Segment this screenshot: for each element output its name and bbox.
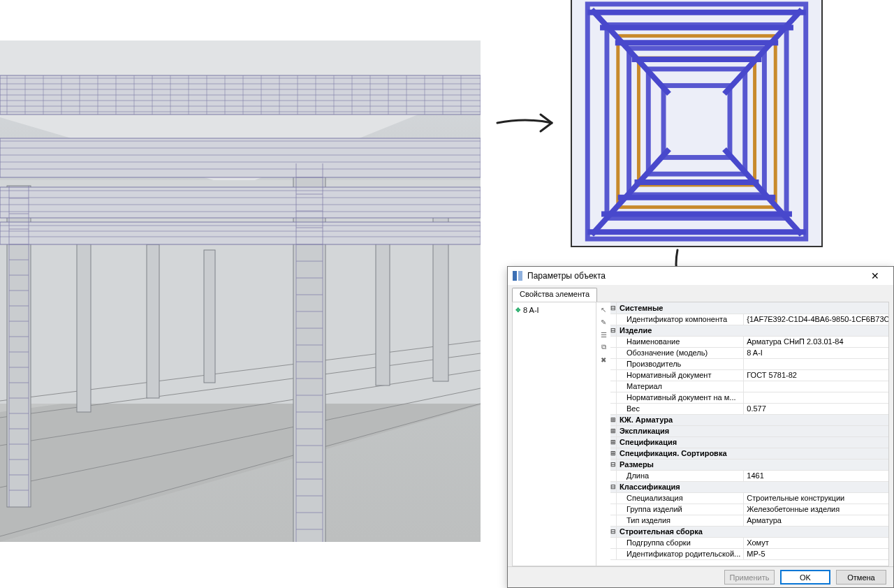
value-normdoc[interactable]: ГОСТ 5781-82 (744, 369, 888, 381)
value-parent-id[interactable]: МР-5 (744, 548, 888, 559)
value-material[interactable] (744, 381, 888, 392)
value-length[interactable]: 1461 (744, 470, 888, 481)
svg-rect-12 (147, 244, 159, 398)
group-spec-sort[interactable]: Спецификация. Сортировка (617, 448, 889, 459)
arrow-right-icon (494, 102, 564, 144)
svg-rect-13 (204, 250, 215, 383)
tree-pane[interactable]: ✥ 8 A-I (513, 302, 596, 566)
value-weight[interactable]: 0.577 (744, 403, 888, 414)
group-explication[interactable]: Экспликация (617, 425, 889, 436)
svg-rect-17 (0, 138, 481, 177)
svg-rect-131 (513, 271, 517, 281)
value-component-id[interactable]: {1AF7E392-C1D4-4BA6-9850-1CF6B73CDD0D} (744, 314, 888, 325)
object-parameters-dialog: Параметры объекта ✕ Свойства элемента ✥ … (507, 266, 894, 588)
value-group[interactable]: Железобетонные изделия (744, 504, 888, 515)
value-name[interactable]: Арматура СНиП 2.03.01-84 (744, 336, 888, 347)
tool-wand-icon[interactable]: ✎ (598, 316, 609, 328)
tab-element-properties[interactable]: Свойства элемента (512, 288, 597, 302)
move-icon: ✥ (515, 307, 521, 314)
svg-rect-18 (0, 187, 481, 218)
group-system[interactable]: Системные (617, 302, 889, 314)
ok-button[interactable]: OK (780, 570, 830, 585)
group-rebar[interactable]: КЖ. Аpматуpа (617, 414, 889, 425)
svg-rect-9 (293, 163, 325, 542)
value-specialization[interactable]: Строительные конструкции (744, 492, 888, 504)
value-type[interactable]: Арматура (744, 515, 888, 526)
tree-item-label: 8 A-I (523, 306, 539, 314)
apply-button[interactable]: Применить (724, 570, 775, 585)
value-subassembly[interactable]: Хомут (744, 537, 888, 548)
tool-copy-icon[interactable]: ⧉ (598, 341, 609, 353)
tool-column-left: ↖ ✎ ☰ ⧉ ✖ (596, 302, 610, 566)
svg-rect-11 (77, 230, 91, 412)
viewport-detail-3d[interactable] (571, 0, 823, 247)
group-spec[interactable]: Спецификация (617, 436, 889, 448)
value-normdoc-m[interactable] (744, 392, 888, 403)
group-dimensions[interactable]: Размеры (617, 459, 889, 470)
tree-item-root[interactable]: ✥ 8 A-I (514, 305, 594, 315)
tool-tree-icon[interactable]: ☰ (598, 329, 609, 340)
group-classification[interactable]: Классификация (617, 481, 889, 492)
tool-delete-icon[interactable]: ✖ (598, 354, 609, 365)
app-icon (512, 270, 523, 281)
close-button[interactable]: ✕ (861, 267, 889, 285)
group-assembly[interactable]: Строительная сборка (617, 526, 889, 537)
svg-rect-132 (518, 271, 522, 281)
group-product[interactable]: Изделие (617, 325, 889, 336)
tool-pointer-icon[interactable]: ↖ (598, 304, 609, 315)
svg-rect-14 (376, 226, 390, 385)
dialog-title: Параметры объекта (527, 267, 861, 285)
viewport-main-3d[interactable] (0, 41, 481, 542)
value-model[interactable]: 8 A-I (744, 347, 888, 358)
value-manufacturer[interactable] (744, 358, 888, 369)
property-grid[interactable]: ⊟Системные Идентификатор компонента{1AF7… (610, 302, 888, 566)
cancel-button[interactable]: Отмена (836, 570, 886, 585)
